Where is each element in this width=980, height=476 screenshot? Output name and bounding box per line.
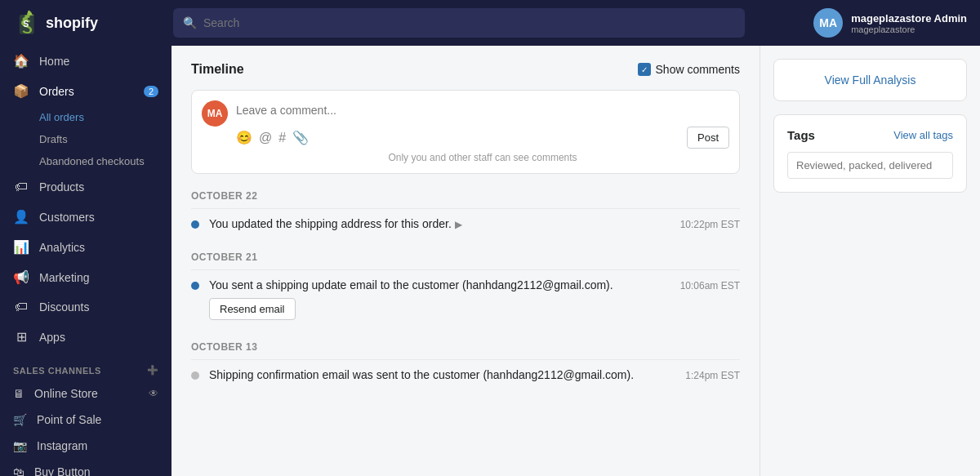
timeline-date-oct21: OCTOBER 21 [191,251,740,263]
comment-input-area: 😊 @ # 📎 Post Only you and other staff ca… [236,100,729,163]
timeline-content-2: You sent a shipping update email to the … [209,278,670,320]
add-channel-icon[interactable]: ➕ [147,365,159,376]
orders-icon: 📦 [13,83,29,99]
sidebar-channel-online-store[interactable]: 🖥 Online Store 👁 [0,380,172,407]
orders-badge: 2 [144,86,158,97]
sidebar-item-discounts[interactable]: 🏷 Discounts [0,292,172,322]
sidebar-item-analytics-label: Analytics [39,241,85,254]
top-nav: S shopify 🔍 MA mageplazastore Admin mage… [0,0,980,46]
attachment-icon[interactable]: 📎 [292,130,309,145]
sidebar-sub-all-orders[interactable]: All orders [0,106,172,128]
show-comments-checkbox[interactable] [638,63,651,76]
main-content: Timeline Show comments MA 😊 @ # 📎 Post O… [172,46,980,476]
show-comments-label[interactable]: Show comments [638,63,740,76]
sidebar-item-marketing[interactable]: 📢 Marketing [0,262,172,292]
timeline-time-3: 1:24pm EST [685,370,740,381]
pos-icon: 🛒 [13,413,27,426]
timeline-dot-3 [191,371,199,380]
sidebar-item-orders[interactable]: 📦 Orders 2 [0,76,172,106]
logo-area: S shopify [13,10,160,36]
comment-box: MA 😊 @ # 📎 Post Only you and other staff… [191,90,740,174]
logo-text: shopify [46,15,98,32]
mention-icon[interactable]: @ [259,131,272,145]
sidebar-sub-drafts[interactable]: Drafts [0,128,172,150]
sidebar-item-customers[interactable]: 👤 Customers [0,202,172,232]
sales-channels-label: SALES CHANNELS ➕ [0,352,172,380]
instagram-icon: 📷 [13,439,27,452]
user-name: mageplazastore Admin [851,12,967,24]
sidebar-sub-abandoned[interactable]: Abandoned checkouts [0,150,172,172]
instagram-label: Instagram [37,439,87,452]
user-area: MA mageplazastore Admin mageplazastore [813,8,967,38]
analytics-icon: 📊 [13,239,29,255]
timeline-dot-2 [191,282,199,290]
hashtag-icon[interactable]: # [278,131,286,145]
search-input[interactable] [203,16,735,29]
commenter-avatar: MA [202,100,228,127]
comment-input[interactable] [236,100,729,120]
timeline-date-oct22: OCTOBER 22 [191,190,740,202]
sidebar-item-marketing-label: Marketing [39,271,89,284]
sidebar-item-products-label: Products [39,180,84,194]
view-full-analysis-link[interactable]: View Full Analysis [825,73,916,87]
timeline-date-oct13: OCTOBER 13 [191,341,740,353]
eye-icon[interactable]: 👁 [149,388,158,399]
sidebar-item-home[interactable]: 🏠 Home [0,46,172,76]
timeline-content-1: You updated the shipping address for thi… [209,217,670,230]
apps-icon: ⊞ [13,329,29,345]
search-icon: 🔍 [183,16,197,29]
discounts-icon: 🏷 [13,300,29,314]
sidebar-channel-buy-button[interactable]: 🛍 Buy Button [0,459,172,476]
search-bar[interactable]: 🔍 [173,8,745,38]
products-icon: 🏷 [13,180,29,194]
svg-text:S: S [23,20,29,29]
comment-tools: 😊 @ # 📎 Post [236,127,729,149]
sidebar-channel-instagram[interactable]: 📷 Instagram [0,433,172,459]
online-store-icon: 🖥 [13,387,24,400]
sidebar-item-analytics[interactable]: 📊 Analytics [0,232,172,262]
sidebar-item-apps-label: Apps [39,331,65,344]
tags-card: Tags View all tags [773,114,967,193]
marketing-icon: 📢 [13,269,29,285]
timeline-content-3: Shipping confirmation email was sent to … [209,368,675,381]
sidebar-item-customers-label: Customers [39,211,95,224]
post-button[interactable]: Post [687,127,729,149]
customers-icon: 👤 [13,209,29,225]
comment-hint: Only you and other staff can see comment… [236,152,729,163]
user-store: mageplazastore [851,24,967,34]
timeline-entry-2: You sent a shipping update email to the … [191,269,740,328]
right-panel: View Full Analysis Tags View all tags [760,46,980,476]
timeline-title: Timeline [191,62,244,77]
timeline-panel: Timeline Show comments MA 😊 @ # 📎 Post O… [172,46,760,476]
pos-label: Point of Sale [37,413,101,426]
tags-header: Tags View all tags [787,128,953,142]
sidebar-item-discounts-label: Discounts [39,300,89,314]
shopify-logo: S [13,10,39,36]
buy-button-label: Buy Button [34,465,91,476]
user-info: mageplazastore Admin mageplazastore [851,12,967,34]
view-all-tags-link[interactable]: View all tags [893,129,953,141]
tags-title: Tags [787,128,815,142]
sidebar-item-home-label: Home [39,55,69,68]
sidebar-channel-pos[interactable]: 🛒 Point of Sale [0,407,172,433]
buy-button-icon: 🛍 [13,465,24,476]
view-full-analysis-card: View Full Analysis [773,59,967,101]
timeline-entry-1: You updated the shipping address for thi… [191,208,740,238]
sidebar-item-products[interactable]: 🏷 Products [0,172,172,202]
timeline-time-1: 10:22pm EST [680,219,740,230]
timeline-header: Timeline Show comments [191,62,740,77]
sidebar: 🏠 Home 📦 Orders 2 All orders Drafts Aban… [0,0,172,476]
sidebar-item-orders-label: Orders [39,85,74,98]
online-store-label: Online Store [34,387,98,400]
timeline-entry-3: Shipping confirmation email was sent to … [191,359,740,389]
resend-email-button[interactable]: Resend email [209,298,296,320]
tags-input[interactable] [787,152,953,179]
avatar: MA [813,8,843,38]
timeline-dot-1 [191,220,199,229]
sidebar-item-apps[interactable]: ⊞ Apps [0,322,172,352]
timeline-time-2: 10:06am EST [680,280,740,291]
home-icon: 🏠 [13,53,29,69]
expand-arrow-icon[interactable]: ▶ [455,219,462,230]
emoji-icon[interactable]: 😊 [236,130,252,145]
